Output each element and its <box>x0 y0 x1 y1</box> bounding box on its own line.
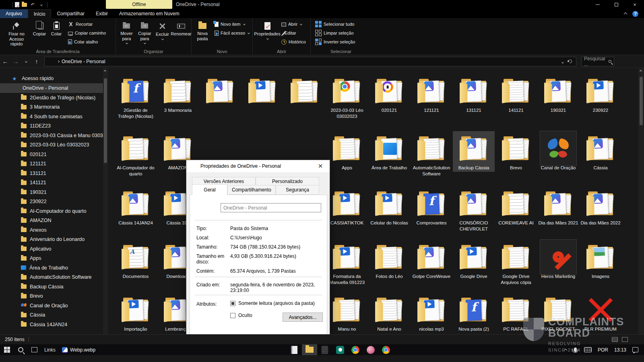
file-item[interactable]: fNova pasta (2) <box>453 292 495 333</box>
advanced-button[interactable]: Avançados... <box>283 313 323 322</box>
file-item[interactable]: CASSIATIKTOK <box>326 186 368 227</box>
file-item[interactable]: Natal e Ano <box>368 292 410 333</box>
sidebar-item[interactable]: 3 Marmoraria <box>0 103 103 112</box>
sidebar-item[interactable]: Aniversário do Leonardo <box>0 235 103 245</box>
file-item[interactable]: Backup Cássia <box>453 131 495 172</box>
sidebar-item[interactable]: Área de Trabalho <box>0 263 103 273</box>
scrollbar-thumb[interactable] <box>640 77 643 125</box>
up-button[interactable]: ↑ <box>31 58 42 65</box>
help-icon[interactable]: ? <box>632 11 638 17</box>
taskbar-app-green[interactable] <box>332 344 348 355</box>
file-item[interactable]: 230922 <box>580 74 621 114</box>
tab-compartilhamento[interactable]: Compartilhamento <box>227 185 276 195</box>
file-item[interactable]: COREWEAVE AI <box>495 186 537 227</box>
file-item[interactable]: 141121 <box>495 74 537 114</box>
new-folder-qat-icon[interactable] <box>22 3 27 7</box>
readonly-checkbox-row[interactable]: Somente leitura (arquivos da pasta) <box>230 300 325 306</box>
details-view-icon[interactable] <box>612 337 618 342</box>
thumbnails-view-icon[interactable] <box>622 337 628 342</box>
file-item[interactable]: Cássia 14JAN24 <box>115 186 157 227</box>
clear-selection-button[interactable]: Limpar seleção <box>314 29 356 37</box>
offline-badge[interactable]: Offline <box>106 0 172 9</box>
sidebar-item[interactable]: Backup Cássia <box>0 282 103 292</box>
tab-geral[interactable]: Geral <box>192 184 227 195</box>
tab-seguranca[interactable]: Segurança <box>276 185 319 195</box>
sidebar-item[interactable]: Aplicativo <box>0 244 103 254</box>
file-item[interactable]: Golpe CoreWeave <box>411 240 452 280</box>
maximize-button[interactable] <box>607 0 625 9</box>
breadcrumb[interactable]: OneDrive - Personal <box>62 59 105 64</box>
minimize-button[interactable] <box>588 0 607 9</box>
tab-armazenamento-nuvem[interactable]: Armazenamento em Nuvem <box>114 9 185 18</box>
sidebar-item[interactable]: Apps <box>0 254 103 263</box>
sidebar-item[interactable]: 2Gestão de Tráfego (Nicolas) <box>0 93 103 103</box>
edit-button[interactable]: Editar <box>280 29 307 37</box>
invert-selection-button[interactable]: Inverter seleção <box>314 38 356 45</box>
content-scrollbar[interactable] <box>638 68 644 334</box>
tab-exibir[interactable]: Exibir <box>90 9 114 18</box>
file-item[interactable]: PIXEL ROCKET <box>537 292 579 333</box>
properties-qat-icon[interactable] <box>15 2 19 7</box>
copy-path-button[interactable]: Copiar caminho <box>67 29 107 37</box>
file-item[interactable]: Apps <box>326 131 368 172</box>
new-item-button[interactable]: Novo item <box>213 21 251 28</box>
delete-button[interactable]: Excluir <box>154 20 171 41</box>
taskbar-app-explorer[interactable] <box>302 344 317 355</box>
file-item[interactable]: 3 Marmoraria <box>157 74 199 114</box>
file-item[interactable]: ADocumentos <box>115 240 157 280</box>
dialog-close-icon[interactable]: ✕ <box>314 162 326 170</box>
file-item[interactable]: Importação <box>115 292 157 333</box>
sidebar-item[interactable]: AutomaticSolution Software <box>0 273 103 282</box>
taskbar-app-notes[interactable] <box>287 344 302 355</box>
history-chevron-icon[interactable] <box>21 61 31 62</box>
sidebar-item[interactable]: Cássia <box>0 311 103 320</box>
file-item[interactable]: Google Drive <box>453 240 495 280</box>
taskbar-app-calculator[interactable] <box>317 344 332 355</box>
properties-button[interactable]: Propriedades <box>255 20 279 41</box>
address-field[interactable]: OneDrive - Personal <box>44 57 576 66</box>
file-item[interactable]: 190321 <box>537 74 579 114</box>
clock[interactable]: 13:13 <box>614 347 626 353</box>
collapse-ribbon-icon[interactable] <box>624 11 627 16</box>
undo-icon[interactable]: ↶ <box>29 2 36 8</box>
move-to-button[interactable]: Mover para <box>118 20 136 45</box>
file-item[interactable]: AutomaticSolution Software <box>411 131 452 178</box>
taskbar-app-pink[interactable] <box>363 344 378 355</box>
file-item[interactable]: 2023-03-03 Léo 03032023 <box>326 74 368 120</box>
file-item[interactable]: 121121 <box>411 74 452 114</box>
sidebar-item[interactable]: 121121 <box>0 159 103 169</box>
notification-center-icon[interactable] <box>632 347 638 352</box>
file-item[interactable]: Brevo <box>495 131 537 172</box>
language-indicator[interactable]: POR <box>598 347 608 353</box>
taskbar-search-icon[interactable] <box>14 344 27 355</box>
paste-shortcut-button[interactable]: Colar atalho <box>67 38 107 45</box>
file-item[interactable]: Cássia <box>580 131 621 172</box>
readonly-checkbox[interactable] <box>230 301 235 306</box>
sidebar-scrollbar[interactable] <box>103 68 108 334</box>
file-item[interactable]: nicolas mp3 <box>411 292 452 333</box>
tab-compartilhar[interactable]: Compartilhar <box>51 9 90 18</box>
scrollbar-thumb[interactable] <box>104 78 107 163</box>
sidebar-item[interactable]: Al-Computador do quarto <box>0 206 103 216</box>
sidebar-item[interactable]: 11DEZ23 <box>0 121 103 131</box>
file-item[interactable]: Heros Marketing <box>537 240 579 280</box>
scroll-up-icon[interactable] <box>104 70 106 72</box>
file-item[interactable]: Al-Computador do quarto <box>115 131 157 178</box>
file-item[interactable]: PC RAFAEL <box>495 292 537 333</box>
file-item[interactable]: Manu no <box>326 292 368 333</box>
taskbar-app-browser[interactable] <box>378 344 394 355</box>
touch-keyboard-icon[interactable] <box>584 347 592 352</box>
scroll-up-icon[interactable] <box>640 70 642 72</box>
sidebar-item[interactable]: AMAZON <box>0 216 103 226</box>
sidebar-item[interactable]: Canal de Oração <box>0 301 103 311</box>
copy-to-button[interactable]: Copiar para <box>136 20 154 45</box>
file-item[interactable] <box>284 74 326 108</box>
file-item[interactable]: PLR PREMIUM <box>580 292 621 333</box>
sidebar-item[interactable]: 190321 <box>0 187 103 197</box>
paste-button[interactable]: Colar <box>48 20 64 38</box>
file-item[interactable]: Dia das Mães 2022 <box>580 186 621 227</box>
file-item[interactable] <box>242 74 283 108</box>
folder-name-field[interactable]: OneDrive - Personal <box>221 203 321 212</box>
microphone-icon[interactable] <box>574 348 577 352</box>
refresh-icon[interactable] <box>568 59 572 64</box>
